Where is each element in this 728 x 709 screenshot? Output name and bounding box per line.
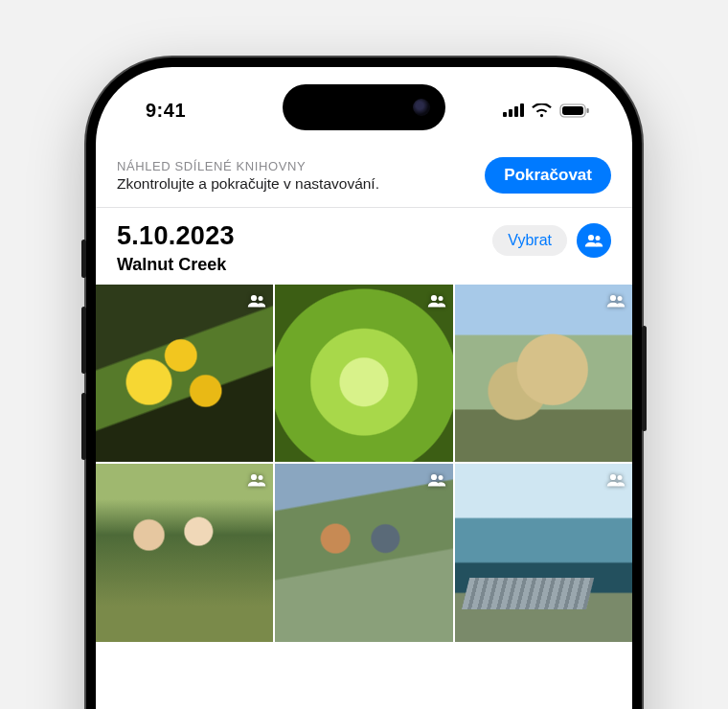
svg-rect-2: [587, 108, 589, 113]
cellular-icon: [503, 103, 524, 117]
svg-point-10: [617, 296, 622, 301]
svg-point-11: [251, 474, 257, 480]
photo-thumbnail[interactable]: [275, 464, 452, 641]
iphone-frame: 9:41 NÁHLED SDÍLENÉ KNIHOVNY Zkontrolujt…: [86, 57, 642, 709]
svg-rect-1: [562, 106, 583, 115]
volume-down-button: [81, 393, 86, 460]
shared-library-banner: NÁHLED SDÍLENÉ KNIHOVNY Zkontrolujte a p…: [96, 153, 632, 208]
section-date: 5.10.2023: [117, 221, 492, 251]
svg-point-7: [431, 295, 437, 301]
svg-point-8: [438, 296, 443, 301]
power-button: [642, 326, 647, 431]
banner-text: NÁHLED SDÍLENÉ KNIHOVNY Zkontrolujte a p…: [117, 159, 473, 193]
photo-thumbnail[interactable]: [96, 285, 273, 462]
volume-up-button: [81, 307, 86, 374]
photo-thumbnail[interactable]: [96, 464, 273, 641]
section-header: 5.10.2023 Walnut Creek Vybrat: [96, 208, 632, 285]
section-location: Walnut Creek: [117, 255, 492, 275]
svg-point-6: [259, 296, 263, 301]
photo-thumbnail[interactable]: [455, 285, 632, 462]
svg-point-14: [438, 475, 443, 480]
silent-switch: [81, 240, 86, 278]
shared-badge-icon: [426, 290, 447, 311]
svg-point-4: [596, 236, 601, 240]
continue-button[interactable]: Pokračovat: [485, 157, 611, 194]
people-icon: [584, 234, 603, 247]
shared-badge-icon: [605, 469, 626, 491]
banner-title: NÁHLED SDÍLENÉ KNIHOVNY: [117, 159, 473, 173]
svg-point-13: [431, 474, 437, 480]
dynamic-island: [283, 84, 445, 130]
banner-subtitle: Zkontrolujte a pokračujte v nastavování.: [117, 175, 473, 193]
svg-point-12: [259, 475, 263, 480]
header-actions: Vybrat: [492, 221, 611, 258]
battery-icon: [559, 103, 590, 118]
svg-point-5: [251, 295, 257, 301]
photo-grid: [96, 285, 632, 642]
svg-point-9: [610, 295, 616, 301]
status-icons: [503, 103, 596, 118]
wifi-icon: [532, 103, 552, 118]
svg-point-15: [610, 474, 616, 480]
photo-thumbnail[interactable]: [455, 464, 632, 641]
content: NÁHLED SDÍLENÉ KNIHOVNY Zkontrolujte a p…: [96, 153, 632, 709]
header-left: 5.10.2023 Walnut Creek: [117, 221, 492, 275]
shared-badge-icon: [246, 290, 267, 311]
shared-people-button[interactable]: [577, 223, 611, 258]
svg-point-3: [588, 235, 594, 240]
photo-thumbnail[interactable]: [275, 285, 452, 462]
select-button[interactable]: Vybrat: [492, 225, 567, 256]
svg-point-16: [617, 475, 622, 480]
shared-badge-icon: [426, 469, 447, 491]
status-time: 9:41: [132, 100, 186, 122]
shared-badge-icon: [605, 290, 626, 311]
screen: 9:41 NÁHLED SDÍLENÉ KNIHOVNY Zkontrolujt…: [96, 67, 632, 709]
shared-badge-icon: [246, 469, 267, 491]
